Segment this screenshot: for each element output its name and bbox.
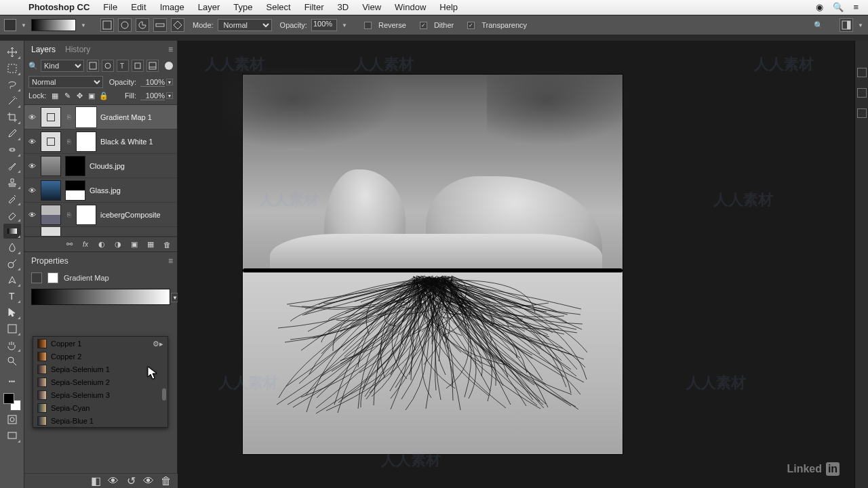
layer-mask-thumbnail[interactable]	[76, 131, 96, 152]
layer-mask-thumbnail[interactable]	[76, 205, 96, 225]
layers-panel-menu[interactable]: ≡	[168, 45, 173, 54]
layer-thumbnail[interactable]	[41, 107, 61, 127]
layer-row[interactable]: 👁 ⎘ icebergComposite	[24, 203, 177, 227]
healing-tool[interactable]	[3, 142, 21, 157]
dither-checkbox[interactable]: ✓	[420, 22, 427, 29]
layer-name[interactable]: Glass.jpg	[90, 186, 174, 195]
history-brush-tool[interactable]	[3, 191, 21, 206]
menu-extras-icon[interactable]: ≡	[853, 2, 859, 12]
lock-transparent-icon[interactable]: ▦	[50, 91, 60, 100]
mask-icon[interactable]: ◐	[97, 240, 106, 249]
view-previous-icon[interactable]: 👁	[108, 476, 118, 486]
pen-tool[interactable]	[3, 272, 21, 287]
link-layers-icon[interactable]: ⚯	[64, 240, 74, 249]
menu-file[interactable]: File	[96, 2, 124, 12]
path-select-tool[interactable]	[3, 305, 21, 320]
cc-icon[interactable]: ◉	[816, 2, 823, 12]
menu-filter[interactable]: Filter	[298, 2, 331, 12]
eraser-tool[interactable]	[3, 207, 21, 222]
lock-brush-icon[interactable]: ✎	[62, 91, 72, 100]
crop-tool[interactable]	[3, 110, 21, 125]
screenmode-button[interactable]	[3, 428, 21, 443]
visibility-icon[interactable]: 👁	[27, 161, 37, 171]
gradient-bar[interactable]: ▼	[31, 289, 170, 305]
toggle-visibility-icon[interactable]: 👁	[144, 476, 153, 486]
fx-icon[interactable]: fx	[81, 240, 90, 249]
mask-icon[interactable]	[47, 272, 58, 283]
visibility-icon[interactable]: 👁	[27, 137, 37, 146]
tool-preset-button[interactable]	[4, 19, 16, 31]
visibility-icon[interactable]: 👁	[27, 186, 37, 195]
color-swatches[interactable]	[3, 393, 21, 411]
preset-item[interactable]: Copper 1	[33, 337, 167, 350]
search-icon[interactable]: 🔍	[814, 21, 823, 30]
clip-icon[interactable]: ◧	[91, 476, 100, 486]
gradient-preset-dropdown[interactable]: ⚙▸ Copper 1Copper 2Sepia-Selenium 1Sepia…	[33, 336, 168, 428]
properties-panel-menu[interactable]: ≡	[168, 256, 173, 266]
app-name[interactable]: Photoshop CC	[22, 2, 96, 12]
layer-row[interactable]: 👁 ⎘ Gradient Map 1	[24, 105, 177, 129]
filter-adjust-icon[interactable]	[102, 60, 114, 72]
quickmask-button[interactable]	[3, 412, 21, 427]
layer-row[interactable]: 👁 Clouds.jpg	[24, 154, 177, 178]
layer-name[interactable]: Clouds.jpg	[90, 162, 174, 170]
shape-tool[interactable]	[3, 321, 21, 336]
layer-opacity-value[interactable]: 100%	[140, 78, 165, 87]
gradient-preview[interactable]	[31, 19, 76, 31]
mode-select[interactable]: Normal	[218, 19, 272, 31]
visibility-icon[interactable]: 👁	[27, 210, 37, 220]
dock-icon[interactable]	[857, 108, 867, 118]
menu-image[interactable]: Image	[153, 2, 191, 12]
menu-layer[interactable]: Layer	[191, 2, 227, 12]
layer-thumbnail[interactable]	[41, 205, 61, 225]
menu-3d[interactable]: 3D	[331, 2, 356, 12]
lasso-tool[interactable]	[3, 77, 21, 92]
filter-type-icon[interactable]: T	[117, 60, 129, 72]
filter-kind-select[interactable]: Kind	[41, 60, 84, 72]
menu-view[interactable]: View	[355, 2, 388, 12]
scrollbar[interactable]	[162, 340, 166, 424]
layer-row[interactable]: 👁 Glass.jpg	[24, 178, 177, 203]
menu-select[interactable]: Select	[259, 2, 297, 12]
visibility-icon[interactable]: 👁	[27, 113, 37, 122]
preset-item[interactable]: Copper 2	[33, 350, 167, 363]
filter-shape-icon[interactable]	[132, 60, 144, 72]
gradient-picker-dropdown[interactable]: ▼	[80, 20, 87, 30]
edit-toolbar-button[interactable]: •••	[3, 374, 21, 389]
layer-thumbnail[interactable]	[41, 131, 61, 152]
reflected-gradient-icon[interactable]	[153, 18, 167, 32]
stamp-tool[interactable]	[3, 175, 21, 190]
zoom-tool[interactable]	[3, 354, 21, 369]
menu-edit[interactable]: Edit	[124, 2, 153, 12]
angle-gradient-icon[interactable]	[136, 18, 149, 32]
menu-window[interactable]: Window	[388, 2, 433, 12]
dodge-tool[interactable]	[3, 256, 21, 271]
visibility-icon[interactable]	[27, 227, 37, 237]
preset-item[interactable]: Sepia-Cyan	[33, 401, 167, 414]
layer-name[interactable]: Black & White 1	[100, 138, 174, 146]
filter-toggle[interactable]	[165, 62, 173, 70]
adjustment-icon[interactable]: ◑	[113, 240, 123, 249]
canvas-area[interactable]: 人人素材 人人素材 人人素材 人人素材 人人素材 人人素材 人人素材 人人素材 …	[178, 41, 854, 488]
layer-mask-thumbnail[interactable]	[65, 180, 85, 201]
linear-gradient-icon[interactable]	[100, 18, 114, 32]
tab-history[interactable]: History	[65, 45, 90, 57]
lock-position-icon[interactable]: ✥	[75, 91, 84, 100]
blend-mode-select[interactable]: Normal	[28, 76, 103, 88]
layer-mask-thumbnail[interactable]	[76, 107, 96, 127]
dock-icon[interactable]	[857, 88, 867, 98]
dock-icon[interactable]	[857, 68, 867, 77]
magic-wand-tool[interactable]	[3, 94, 21, 108]
reverse-checkbox[interactable]	[364, 22, 372, 29]
gradient-tool[interactable]	[3, 224, 21, 239]
transparency-checkbox[interactable]: ✓	[467, 22, 475, 29]
tool-preset-dropdown[interactable]: ▼	[20, 20, 27, 30]
opt-opacity-dropdown[interactable]: ▼	[341, 20, 348, 30]
layer-opacity-dropdown[interactable]: ▼	[166, 79, 173, 85]
trash-icon[interactable]: 🗑	[161, 476, 171, 486]
radial-gradient-icon[interactable]	[118, 18, 132, 32]
layer-name[interactable]: Gradient Map 1	[100, 113, 174, 121]
layer-name[interactable]: icebergComposite	[100, 211, 174, 219]
preset-item[interactable]: Sepia-Selenium 1	[33, 363, 167, 375]
layer-thumbnail[interactable]	[41, 180, 61, 201]
